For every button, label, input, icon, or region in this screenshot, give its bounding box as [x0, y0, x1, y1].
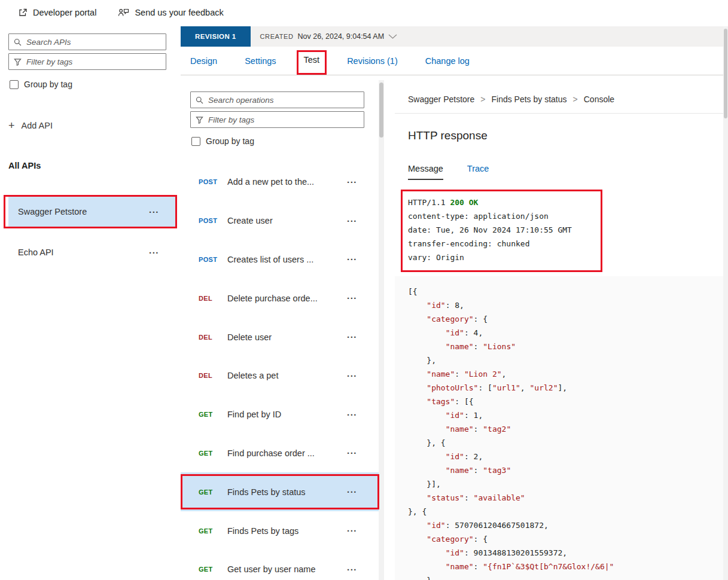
operation-row-get-user-by-user-name[interactable]: GETGet user by user name — [181, 550, 379, 580]
operation-label: Deletes a pet — [227, 371, 347, 380]
operations-list: POSTAdd a new pet to the...POSTCreate us… — [181, 163, 379, 580]
tab-change-log[interactable]: Change log — [425, 47, 470, 75]
api-name: Swagger Petstore — [18, 207, 87, 216]
response-body-line: "category": { — [408, 532, 728, 546]
response-body-line: }, { — [408, 436, 728, 450]
response-body-line: "name": "Lion 2", — [408, 367, 728, 381]
api-item-echo-api[interactable]: Echo API — [8, 236, 176, 268]
operation-row-delete-purchase-orde[interactable]: DELDelete purchase orde... — [181, 279, 379, 318]
response-body-line: "photoUrls": ["url1", "url2"], — [408, 381, 728, 395]
response-header-line: vary: Origin — [408, 251, 596, 264]
context-menu-icon[interactable] — [347, 213, 357, 224]
filter-apis-by-tags-input[interactable] — [26, 57, 161, 66]
created-value: Nov 26, 2024, 9:04:54 AM — [298, 32, 385, 41]
operations-scrollbar[interactable] — [379, 80, 384, 580]
response-body-line: [{ — [408, 285, 728, 298]
context-menu-icon[interactable] — [347, 562, 357, 572]
search-operations-input[interactable] — [208, 96, 359, 105]
operation-method-badge: GET — [199, 489, 226, 496]
breadcrumb-api[interactable]: Swagger Petstore — [408, 94, 474, 104]
ops-group-by-tag-checkbox[interactable] — [191, 137, 200, 146]
tab-revisions[interactable]: Revisions (1) — [347, 47, 398, 75]
response-header-line: content-type: application/json — [408, 209, 596, 223]
breadcrumb-operation[interactable]: Finds Pets by status — [491, 94, 566, 104]
feedback-icon — [118, 8, 129, 17]
response-body-line: "name": "{fn1P`&3$Qt[b^n7&Glox!/&6|" — [408, 560, 728, 573]
response-body-line: }, — [408, 353, 728, 367]
feedback-link[interactable]: Send us your feedback — [118, 8, 223, 17]
operation-method-badge: POST — [199, 178, 226, 185]
context-menu-icon[interactable] — [347, 523, 357, 533]
response-tabs: Message Trace — [408, 164, 723, 180]
status-code: 200 OK — [450, 198, 478, 207]
scrollbar-thumb[interactable] — [379, 83, 383, 138]
operation-label: Find pet by ID — [227, 410, 347, 419]
response-body-line: "id": 8, — [408, 298, 728, 312]
operation-row-create-user[interactable]: POSTCreate user — [181, 202, 379, 240]
context-menu-icon[interactable] — [149, 245, 159, 255]
tab-test[interactable]: Test — [304, 47, 320, 75]
operations-panel: Group by tag — [181, 84, 379, 146]
context-menu-icon[interactable] — [347, 368, 357, 378]
response-header-line: date: Tue, 26 Nov 2024 17:10:55 GMT — [408, 223, 596, 237]
operation-row-finds-pets-by-status[interactable]: GETFinds Pets by status — [181, 472, 379, 511]
operation-label: Finds Pets by tags — [227, 526, 347, 536]
developer-portal-link[interactable]: Developer portal — [18, 8, 96, 17]
page-scrollbar[interactable] — [723, 26, 728, 580]
breadcrumb-console: Console — [584, 94, 614, 104]
response-body-code: [{ "id": 8, "category": { "id": 4, "name… — [395, 276, 728, 580]
response-body-line: "id": 1, — [408, 408, 728, 422]
operation-row-finds-pets-by-tags[interactable]: GETFinds Pets by tags — [181, 511, 379, 550]
context-menu-icon[interactable] — [347, 252, 357, 262]
operation-row-deletes-a-pet[interactable]: DELDeletes a pet — [181, 356, 379, 395]
tab-settings[interactable]: Settings — [245, 47, 276, 75]
topbar: Developer portal Send us your feedback — [0, 0, 728, 25]
operation-row-find-purchase-order[interactable]: GETFind purchase order ... — [181, 434, 379, 473]
response-body-line: "id": 2, — [408, 450, 728, 463]
created-label: CREATED — [260, 33, 294, 40]
group-by-tag-row: Group by tag — [10, 80, 176, 89]
filter-operations-by-tags-box — [190, 111, 364, 128]
operation-row-add-a-new-pet-to-the[interactable]: POSTAdd a new pet to the... — [181, 163, 379, 202]
api-sidebar: Group by tag + Add API All APIs Swagger … — [8, 33, 176, 268]
context-menu-icon[interactable] — [347, 407, 357, 417]
search-apis-box — [8, 33, 166, 50]
external-link-icon — [18, 8, 28, 17]
filter-operations-by-tags-input[interactable] — [208, 115, 359, 124]
filter-icon — [14, 58, 22, 66]
tab-message[interactable]: Message — [408, 164, 443, 180]
api-item-swagger-petstore[interactable]: Swagger Petstore — [8, 196, 176, 228]
operation-label: Delete purchase orde... — [227, 294, 347, 303]
operation-method-badge: GET — [199, 450, 226, 457]
context-menu-icon[interactable] — [347, 329, 357, 340]
operation-row-find-pet-by-id[interactable]: GETFind pet by ID — [181, 395, 379, 434]
breadcrumb-separator: > — [480, 94, 485, 104]
operation-method-badge: DEL — [199, 334, 226, 341]
revision-created-dropdown[interactable]: CREATED Nov 26, 2024, 9:04:54 AM — [260, 32, 398, 41]
operation-method-badge: DEL — [199, 372, 226, 379]
add-api-label: Add API — [22, 121, 53, 130]
operation-row-creates-list-of-users[interactable]: POSTCreates list of users ... — [181, 240, 379, 279]
operation-label: Find purchase order ... — [227, 448, 347, 458]
search-apis-input[interactable] — [26, 38, 161, 47]
response-body-line: "status": "available" — [408, 491, 728, 505]
operation-row-delete-user[interactable]: DELDelete user — [181, 318, 379, 356]
response-body-line: "tags": [{ — [408, 395, 728, 408]
scrollbar-thumb[interactable] — [724, 29, 727, 118]
context-menu-icon[interactable] — [347, 291, 357, 301]
api-name: Echo API — [18, 248, 54, 257]
status-line: HTTP/1.1 200 OK — [408, 196, 596, 209]
add-api-button[interactable]: + Add API — [8, 120, 176, 131]
revision-bar: REVISION 1 CREATED Nov 26, 2024, 9:04:54… — [181, 26, 728, 47]
group-by-tag-checkbox[interactable] — [10, 80, 19, 89]
apim-test-console-page: Developer portal Send us your feedback G… — [0, 0, 728, 580]
plus-icon: + — [8, 120, 15, 131]
context-menu-icon[interactable] — [347, 484, 357, 494]
tab-trace[interactable]: Trace — [467, 164, 489, 180]
response-headers: HTTP/1.1 200 OK content-type: applicatio… — [408, 196, 596, 264]
context-menu-icon[interactable] — [347, 445, 357, 456]
context-menu-icon[interactable] — [347, 175, 357, 185]
tab-design[interactable]: Design — [190, 47, 217, 75]
context-menu-icon[interactable] — [149, 204, 159, 215]
operation-label: Delete user — [227, 332, 347, 342]
